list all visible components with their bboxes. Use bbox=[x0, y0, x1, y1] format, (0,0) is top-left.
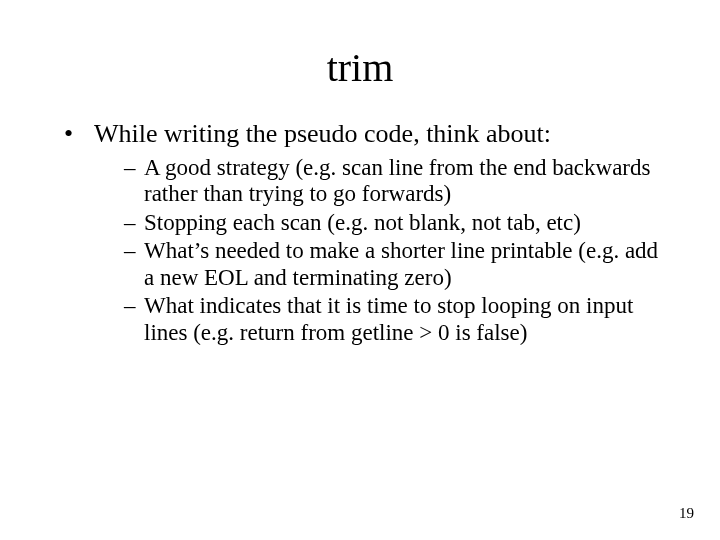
sub-bullet-text: What indicates that it is time to stop l… bbox=[144, 293, 633, 344]
page-number: 19 bbox=[679, 505, 694, 522]
sub-bullet-text: Stopping each scan (e.g. not blank, not … bbox=[144, 210, 581, 235]
bullet-text: While writing the pseudo code, think abo… bbox=[94, 119, 551, 148]
sub-bullet-text: What’s needed to make a shorter line pri… bbox=[144, 238, 658, 289]
slide-title: trim bbox=[0, 0, 720, 119]
slide: trim While writing the pseudo code, thin… bbox=[0, 0, 720, 540]
sub-bullet-item: What’s needed to make a shorter line pri… bbox=[124, 238, 672, 291]
bullet-list-level1: While writing the pseudo code, think abo… bbox=[64, 119, 672, 346]
slide-body: While writing the pseudo code, think abo… bbox=[0, 119, 720, 346]
sub-bullet-item: Stopping each scan (e.g. not blank, not … bbox=[124, 210, 672, 236]
sub-bullet-item: What indicates that it is time to stop l… bbox=[124, 293, 672, 346]
sub-bullet-item: A good strategy (e.g. scan line from the… bbox=[124, 155, 672, 208]
bullet-item: While writing the pseudo code, think abo… bbox=[64, 119, 672, 346]
bullet-list-level2: A good strategy (e.g. scan line from the… bbox=[94, 155, 672, 346]
sub-bullet-text: A good strategy (e.g. scan line from the… bbox=[144, 155, 650, 206]
